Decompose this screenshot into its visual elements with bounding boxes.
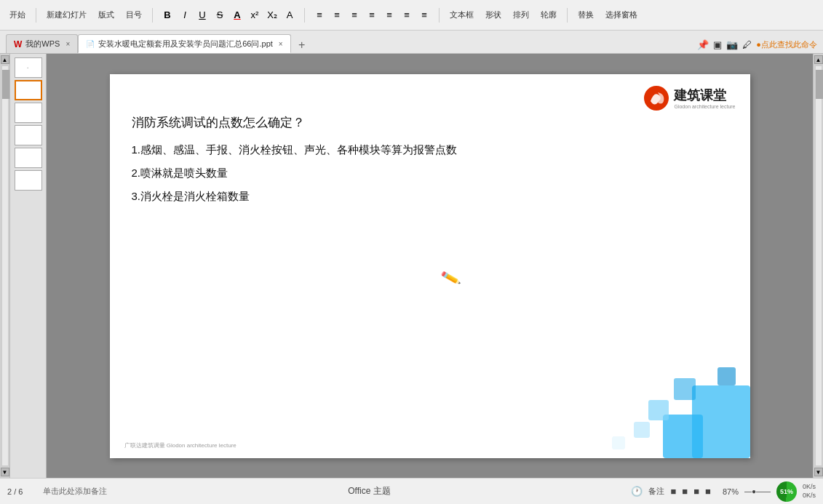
tab-my-wps-close[interactable]: × (65, 40, 70, 48)
slide-canvas[interactable]: 建筑课堂 Glodon architecture lecture 消防系统调试的… (110, 74, 750, 458)
superscript-button[interactable]: x² (247, 7, 263, 23)
tab-my-wps[interactable]: W 我的WPS × (6, 34, 78, 53)
slide-item-1[interactable]: 1.感烟、感温、手报、消火栓按钮、声光、各种模块等算为报警点数 (132, 141, 728, 159)
btn-font-size[interactable]: 目号 (122, 8, 146, 22)
btn-format[interactable]: 版式 (95, 8, 118, 22)
clock-icon: 🕐 (631, 486, 643, 497)
tab-add-button[interactable]: + (294, 37, 310, 53)
camera-icon[interactable]: 📷 (726, 39, 738, 50)
slide-thumb-3[interactable]: 3 (15, 103, 42, 123)
scroll-up-arrow[interactable]: ▲ (1, 55, 9, 64)
zoom-slider[interactable]: —●—— (744, 487, 771, 495)
slide-thumb-5[interactable]: 5 (15, 148, 42, 168)
pencil-cursor-icon: ✏️ (440, 267, 461, 289)
textbox-button[interactable]: 文本框 (446, 8, 477, 22)
arrange-button[interactable]: 排列 (509, 8, 533, 22)
align-left-button[interactable]: ≡ (311, 7, 327, 23)
view-slide-icon[interactable]: ■ (682, 486, 688, 497)
svg-rect-5 (612, 436, 625, 449)
tab-file-close[interactable]: × (279, 40, 283, 48)
status-left: 2 / 6 (7, 487, 23, 496)
slide-thumb-1[interactable]: 1 ▪ (15, 57, 42, 78)
svg-rect-6 (674, 378, 696, 400)
pin-icon[interactable]: 📌 (697, 39, 709, 50)
main-toolbar: 开始 新建幻灯片 版式 目号 B I U S A x² X₂ A ≡ ≡ ≡ ≡… (0, 0, 823, 31)
slide-text-content: 消防系统调试的点数怎么确定？ 1.感烟、感温、手报、消火栓按钮、声光、各种模块等… (132, 114, 728, 211)
slide-thumb-2[interactable]: 2 (15, 80, 42, 100)
zoom-label: 87% (723, 487, 739, 496)
slides-panel: 1 ▪ 2 3 4 5 6 (10, 54, 47, 478)
deco-shapes (605, 342, 750, 458)
sep5 (567, 8, 568, 23)
sep2 (152, 8, 153, 23)
main-area: ▲ ▼ 1 ▪ 2 3 4 5 6 (0, 54, 823, 478)
select-button[interactable]: 选择窗格 (602, 8, 641, 22)
scroll-track-v[interactable] (1, 65, 9, 466)
align-justify-button[interactable]: ≡ (364, 7, 380, 23)
search-command-label[interactable]: ●点此查找此命令 (756, 39, 817, 50)
tab-file[interactable]: 📄 安装水暖电定额套用及安装学员问题汇总66问.ppt × (78, 34, 290, 53)
underline-button[interactable]: U (194, 7, 210, 23)
bold-button[interactable]: B (159, 7, 175, 23)
subscript-button[interactable]: X₂ (264, 7, 280, 23)
logo-cn-text: 建筑课堂 (674, 87, 726, 104)
svg-rect-4 (634, 422, 650, 438)
replace-button[interactable]: 替换 (574, 8, 597, 22)
progress-circle: 51% (776, 481, 797, 502)
logo-en-text: Glodon architecture lecture (674, 104, 735, 109)
logo-area: 建筑课堂 Glodon architecture lecture (643, 85, 735, 111)
italic-button[interactable]: I (177, 7, 193, 23)
indent-more-button[interactable]: ≡ (416, 7, 432, 23)
text-format-group: B I U S A x² X₂ A (159, 7, 298, 23)
svg-rect-2 (663, 415, 703, 458)
svg-rect-7 (717, 367, 736, 385)
strike-button[interactable]: S (212, 7, 228, 23)
align-group: ≡ ≡ ≡ ≡ ≡ ≡ ≡ (311, 7, 432, 23)
edit-icon[interactable]: 🖊 (742, 39, 752, 50)
hint-text[interactable]: 单击此处添加备注 (43, 486, 107, 497)
slide-info: 2 / 6 (7, 487, 23, 496)
progress-percent: 51% (780, 488, 793, 495)
right-scrollbar[interactable]: ▲ ▼ (813, 54, 823, 478)
view-normal-icon[interactable]: ■ (670, 486, 676, 497)
align-center-button[interactable]: ≡ (329, 7, 345, 23)
scroll-right-down[interactable]: ▼ (814, 468, 823, 476)
outline-button[interactable]: 轮廓 (537, 8, 560, 22)
slide-thumb-6[interactable]: 6 (15, 170, 42, 191)
status-right: 🕐 备注 ■ ■ ■ ■ 87% —●—— 51% 0K/s 0K/s (631, 481, 816, 502)
window-icon[interactable]: ▣ (713, 39, 722, 50)
shape-button[interactable]: 形状 (482, 8, 505, 22)
indent-less-button[interactable]: ≡ (399, 7, 415, 23)
font-clear-button[interactable]: A (282, 7, 298, 23)
scroll-down-arrow[interactable]: ▼ (1, 468, 9, 476)
text-color-button[interactable]: A (229, 7, 245, 23)
logo-text-area: 建筑课堂 Glodon architecture lecture (674, 87, 735, 109)
view-reading-icon[interactable]: ■ (705, 486, 711, 497)
upload-speed: 0K/s (803, 483, 816, 492)
speed-info: 0K/s 0K/s (803, 483, 816, 500)
align-right-button[interactable]: ≡ (346, 7, 362, 23)
scroll-right-track[interactable] (815, 65, 822, 466)
scroll-thumb-v[interactable] (2, 70, 9, 99)
view-outline-icon[interactable]: ■ (693, 486, 699, 497)
tabbar-right-icons: 📌 ▣ 📷 🖊 ●点此查找此命令 (697, 39, 817, 53)
tab-my-wps-label: 我的WPS (25, 39, 60, 49)
status-center: Office 主题 (113, 485, 625, 497)
btn-new-slide[interactable]: 新建幻灯片 (43, 8, 90, 22)
slide-item-2[interactable]: 2.喷淋就是喷头数量 (132, 164, 728, 182)
scroll-right-up[interactable]: ▲ (814, 55, 823, 64)
theme-label: Office 主题 (348, 486, 390, 496)
sep1 (36, 8, 36, 23)
sep3 (304, 8, 305, 23)
scroll-right-thumb[interactable] (816, 70, 823, 99)
btn-start[interactable]: 开始 (6, 8, 29, 22)
tab-file-label: 安装水暖电定额套用及安装学员问题汇总66问.ppt (98, 39, 273, 49)
slide-item-3[interactable]: 3.消火栓是消火栓箱数量 (132, 188, 728, 205)
slide-title[interactable]: 消防系统调试的点数怎么确定？ (132, 114, 728, 131)
line-spacing-button[interactable]: ≡ (381, 7, 397, 23)
download-speed: 0K/s (803, 492, 816, 500)
slide-thumb-4[interactable]: 4 (15, 125, 42, 145)
slide-watermark: 广联达建筑调量 Glodon architecture lecture (124, 441, 236, 449)
notes-icon[interactable]: 备注 (648, 486, 664, 497)
left-scrollbar[interactable]: ▲ ▼ (0, 54, 10, 478)
